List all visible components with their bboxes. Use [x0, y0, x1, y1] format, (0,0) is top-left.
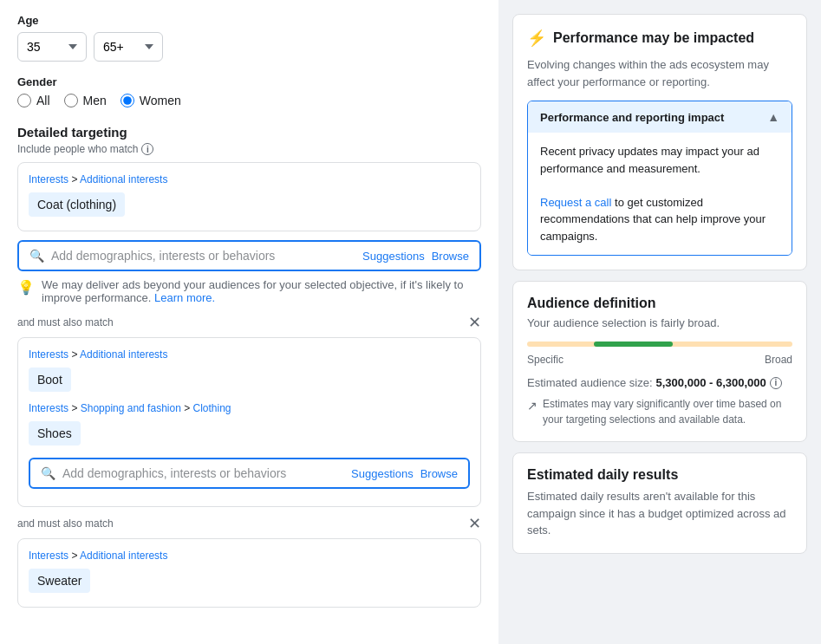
breadcrumb-interests-1[interactable]: Interests — [29, 173, 68, 185]
collapsible-content: Recent privacy updates may impact your a… — [528, 133, 792, 255]
hint-row: 💡 We may deliver ads beyond your audienc… — [17, 278, 481, 304]
learn-more-link[interactable]: Learn more. — [154, 291, 215, 304]
est-note-icon: ↗ — [527, 397, 538, 415]
targeting-box-1: Interests > Additional interests Coat (c… — [17, 162, 481, 231]
gender-men-label: Men — [83, 94, 107, 107]
perf-title: Performance may be impacted — [553, 30, 754, 46]
suggestions-btn-2[interactable]: Suggestions — [351, 467, 414, 480]
breadcrumb-interests-3[interactable]: Interests — [29, 402, 68, 414]
collapsible-header[interactable]: Performance and reporting impact ▲ — [528, 101, 792, 133]
must-match-section-1: and must also match ✕ Interests > Additi… — [17, 315, 481, 507]
must-match-label-1: and must also match — [17, 316, 114, 329]
performance-card: ⚡ Performance may be impacted Evolving c… — [512, 14, 807, 270]
include-label: Include people who match i — [17, 143, 481, 155]
hint-icon: 💡 — [17, 279, 35, 296]
daily-results-card: Estimated daily results Estimated daily … — [512, 452, 807, 554]
est-note: ↗ Estimates may vary significantly over … — [527, 396, 792, 427]
gender-label: Gender — [17, 75, 481, 88]
audience-sub: Your audience selection is fairly broad. — [527, 316, 792, 329]
search-icon-2: 🔍 — [41, 466, 55, 480]
age-to-select[interactable]: 65+ 6055504540 — [94, 32, 163, 62]
gender-women-label: Women — [140, 94, 181, 107]
detailed-targeting-title: Detailed targeting — [17, 125, 481, 140]
daily-body: Estimated daily results aren't available… — [527, 488, 792, 539]
search-row-2[interactable]: 🔍 Suggestions Browse — [29, 458, 470, 489]
gender-section: Gender All Men Women — [17, 75, 481, 107]
gender-row: All Men Women — [17, 94, 481, 107]
must-match-header-1: and must also match ✕ — [17, 315, 481, 330]
detailed-targeting-section: Detailed targeting Include people who ma… — [17, 125, 481, 608]
audience-definition-card: Audience definition Your audience select… — [512, 281, 807, 442]
age-from-select[interactable]: 35 18212530 404550556065 — [17, 32, 87, 62]
breadcrumb-interests-4[interactable]: Interests — [29, 550, 68, 562]
chevron-up-icon: ▲ — [767, 110, 779, 124]
gender-women-radio[interactable] — [121, 94, 134, 107]
daily-title: Estimated daily results — [527, 467, 792, 483]
search-icon-1: 🔍 — [29, 249, 44, 263]
close-must-match-1[interactable]: ✕ — [468, 315, 481, 330]
collapsible-title: Performance and reporting impact — [540, 111, 724, 124]
must-match-box-2: Interests > Additional interests Sweater — [17, 538, 481, 608]
gender-all-label: All — [36, 94, 50, 107]
breadcrumb-1: Interests > Additional interests — [29, 173, 470, 185]
breadcrumb-3: Interests > Shopping and fashion > Cloth… — [29, 402, 470, 414]
spectrum-specific-label: Specific — [527, 354, 564, 366]
request-call-link[interactable]: Request a call — [540, 196, 611, 209]
must-match-label-2: and must also match — [17, 517, 114, 530]
must-match-box-1: Interests > Additional interests Boot In… — [17, 337, 481, 507]
tag-coat: Coat (clothing) — [29, 192, 125, 217]
include-info-icon[interactable]: i — [141, 143, 153, 155]
search-actions-2: Suggestions Browse — [351, 467, 458, 480]
browse-btn-2[interactable]: Browse — [420, 467, 458, 480]
tag-sweater: Sweater — [29, 569, 90, 593]
close-must-match-2[interactable]: ✕ — [468, 516, 481, 531]
age-row: 35 18212530 404550556065 65+ 6055504540 — [17, 32, 481, 62]
browse-btn-1[interactable]: Browse — [432, 250, 469, 263]
breadcrumb-interests-2[interactable]: Interests — [29, 348, 68, 361]
breadcrumb-additional-interests-4[interactable]: Additional interests — [80, 550, 167, 562]
spectrum-labels: Specific Broad — [527, 354, 792, 366]
gender-men-option[interactable]: Men — [64, 94, 107, 107]
est-size-info-icon[interactable]: i — [770, 377, 782, 389]
breadcrumb-clothing[interactable]: Clothing — [193, 402, 231, 414]
search-row-1[interactable]: 🔍 Suggestions Browse — [17, 240, 481, 271]
age-label: Age — [17, 14, 481, 27]
gender-all-radio[interactable] — [17, 94, 31, 107]
collapsible-section: Performance and reporting impact ▲ Recen… — [527, 101, 792, 256]
must-match-section-2: and must also match ✕ Interests > Additi… — [17, 516, 481, 608]
tag-shoes: Shoes — [29, 421, 81, 446]
search-input-1[interactable] — [51, 249, 355, 263]
breadcrumb-4: Interests > Additional interests — [29, 550, 470, 562]
estimated-audience-size: Estimated audience size: 5,300,000 - 6,3… — [527, 376, 792, 389]
audience-title: Audience definition — [527, 296, 792, 311]
gender-men-radio[interactable] — [64, 94, 78, 107]
breadcrumb-additional-interests-2[interactable]: Additional interests — [80, 348, 167, 361]
suggestions-btn-1[interactable]: Suggestions — [362, 250, 425, 263]
perf-body: Evolving changes within the ads ecosyste… — [527, 56, 792, 90]
search-actions-1: Suggestions Browse — [362, 250, 469, 263]
gender-women-option[interactable]: Women — [121, 94, 181, 107]
tag-boot: Boot — [29, 368, 71, 392]
search-input-2[interactable] — [62, 466, 344, 480]
breadcrumb-2: Interests > Additional interests — [29, 348, 470, 361]
spectrum-bar — [527, 342, 792, 347]
must-match-header-2: and must also match ✕ — [17, 516, 481, 531]
breadcrumb-shopping-fashion[interactable]: Shopping and fashion — [81, 402, 181, 414]
breadcrumb-additional-interests-1[interactable]: Additional interests — [80, 173, 167, 185]
spectrum-broad-label: Broad — [765, 354, 792, 366]
gender-all-option[interactable]: All — [17, 94, 50, 107]
hint-text: We may deliver ads beyond your audiences… — [42, 278, 481, 304]
performance-icon: ⚡ — [527, 29, 546, 48]
perf-header: ⚡ Performance may be impacted — [527, 29, 792, 48]
spectrum-green-segment — [594, 342, 674, 347]
est-size-value: 5,300,000 - 6,300,000 — [656, 376, 766, 389]
